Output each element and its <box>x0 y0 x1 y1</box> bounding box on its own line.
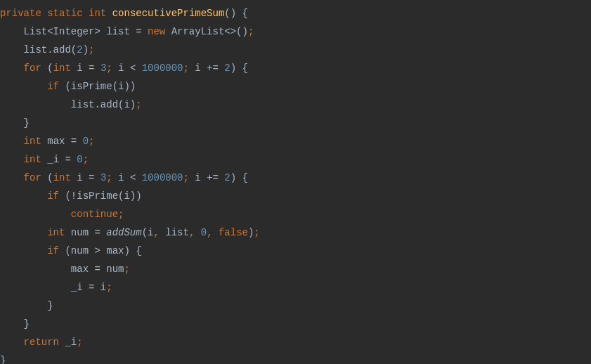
code-token: ArrayList<>() <box>165 26 248 37</box>
code-token: } <box>0 355 6 364</box>
code-token: ( <box>41 63 53 74</box>
code-token: new <box>148 26 165 37</box>
code-token: 0 <box>201 227 207 238</box>
code-line[interactable]: for (int i = 3; i < 1000000; i += 2) { <box>0 169 591 187</box>
code-token <box>106 8 112 19</box>
code-line[interactable]: } <box>0 315 591 333</box>
code-token: ; <box>89 44 94 56</box>
code-token: ; <box>106 63 112 74</box>
code-token: private <box>0 8 41 19</box>
code-token: 2 <box>77 44 82 56</box>
code-token: ; <box>124 264 129 275</box>
code-token: ; <box>106 282 112 293</box>
code-line[interactable]: } <box>0 114 591 132</box>
code-token: int <box>53 63 71 74</box>
code-token: i += <box>189 63 224 74</box>
code-line[interactable]: int num = addSum(i, list, 0, false); <box>0 223 591 242</box>
code-token: , <box>153 227 159 238</box>
code-token: for <box>24 172 41 183</box>
code-token <box>213 227 219 238</box>
code-token: 0 <box>77 154 82 165</box>
code-token: _i = i <box>71 282 106 293</box>
code-token: 1000000 <box>142 172 183 183</box>
code-token: ) <box>83 44 89 56</box>
code-line[interactable]: private static int consecutivePrimeSum()… <box>0 4 591 22</box>
code-token: i += <box>189 172 224 183</box>
code-token: 2 <box>224 172 230 183</box>
code-token: if <box>47 81 59 92</box>
code-token: ; <box>248 26 254 37</box>
code-editor[interactable]: private static int consecutivePrimeSum()… <box>0 4 591 364</box>
code-token: for <box>24 63 41 74</box>
code-token: max = num <box>71 264 124 275</box>
code-token: _i = <box>41 154 77 165</box>
code-token: 2 <box>224 63 230 74</box>
code-token: list.add( <box>24 44 77 56</box>
code-token: ; <box>83 154 89 165</box>
code-token: , <box>207 227 212 238</box>
code-token <box>195 227 200 238</box>
code-token: int <box>47 227 65 238</box>
code-line[interactable]: } <box>0 351 591 364</box>
code-token: if <box>47 190 59 202</box>
code-line[interactable]: int _i = 0; <box>0 150 591 169</box>
code-line[interactable]: return _i; <box>0 333 591 351</box>
code-token: i < <box>112 63 142 74</box>
code-token: i = <box>71 172 100 183</box>
code-token: List<Integer> list = <box>24 26 148 37</box>
code-token: (num > max) { <box>59 245 142 256</box>
code-token: ; <box>106 172 112 183</box>
code-token <box>41 8 47 19</box>
code-token: ; <box>77 337 82 348</box>
code-token: } <box>24 117 30 129</box>
code-line[interactable]: int max = 0; <box>0 132 591 150</box>
code-token: 1000000 <box>142 63 183 74</box>
code-token: } <box>47 300 53 311</box>
code-line[interactable]: max = num; <box>0 260 591 278</box>
code-token: false <box>219 227 248 238</box>
code-token: ) { <box>230 63 248 74</box>
code-line[interactable]: if (num > max) { <box>0 242 591 260</box>
code-token: int <box>53 172 71 183</box>
code-token: ) { <box>230 172 248 183</box>
code-line[interactable]: if (isPrime(i)) <box>0 77 591 96</box>
code-token: consecutivePrimeSum <box>112 8 225 19</box>
code-token: ; <box>254 227 259 238</box>
code-token: } <box>24 318 30 330</box>
code-token: ; <box>89 136 94 147</box>
code-token: i = <box>71 63 100 74</box>
code-token: addSum <box>106 227 141 238</box>
code-token: 0 <box>83 136 89 147</box>
code-token: ( <box>41 172 53 183</box>
code-line[interactable]: List<Integer> list = new ArrayList<>(); <box>0 22 591 41</box>
code-token: int <box>89 8 106 19</box>
code-token: i < <box>112 172 142 183</box>
code-token: ; <box>183 63 189 74</box>
code-line[interactable]: list.add(i); <box>0 96 591 114</box>
code-token: num = <box>65 227 106 238</box>
code-token: (isPrime(i)) <box>59 81 136 92</box>
code-token: () { <box>224 8 248 19</box>
code-token: max = <box>41 136 83 147</box>
code-line[interactable]: for (int i = 3; i < 1000000; i += 2) { <box>0 59 591 77</box>
code-token: ; <box>183 172 189 183</box>
code-token: if <box>47 245 59 256</box>
code-line[interactable]: if (!isPrime(i)) <box>0 187 591 205</box>
code-token: (!isPrime(i)) <box>59 190 142 202</box>
code-token: continue; <box>71 209 124 220</box>
code-token: static <box>47 8 82 19</box>
code-line[interactable]: } <box>0 297 591 315</box>
code-line[interactable]: continue; <box>0 205 591 223</box>
code-token: return <box>24 337 59 348</box>
code-line[interactable]: list.add(2); <box>0 41 591 59</box>
code-token: int <box>24 154 41 165</box>
code-token <box>83 8 89 19</box>
code-line[interactable]: _i = i; <box>0 278 591 297</box>
code-token: (i <box>142 227 154 238</box>
code-token: int <box>24 136 41 147</box>
code-token: list <box>160 227 189 238</box>
code-token: list.add(i) <box>71 99 136 110</box>
code-token: _i <box>59 337 77 348</box>
code-token: ; <box>136 99 141 110</box>
